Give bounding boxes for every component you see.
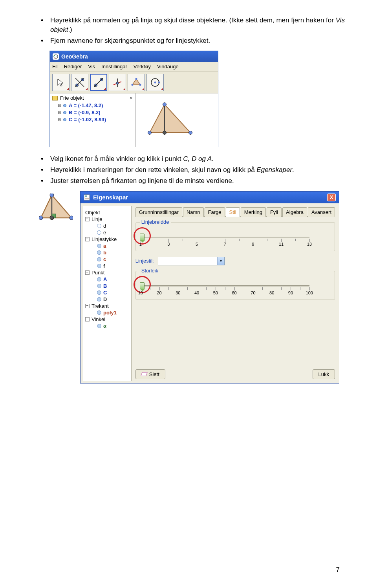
tree-item[interactable]: α bbox=[85, 323, 129, 329]
visibility-dot-icon[interactable] bbox=[97, 257, 101, 261]
tab-grunninnstillingar[interactable]: Grunninnstillingar bbox=[135, 207, 182, 217]
properties-dialog: Eigenskapar X Objekt −Linjede−Linjestykk… bbox=[80, 191, 339, 383]
object-row[interactable]: ⊟C = (-1.02, 8.93) bbox=[58, 117, 133, 122]
tree-group[interactable]: −Punkt bbox=[85, 270, 129, 276]
visibility-dot-icon[interactable] bbox=[97, 264, 101, 268]
svg-marker-21 bbox=[150, 104, 190, 133]
linewidth-slider[interactable]: 135791113 bbox=[141, 233, 309, 245]
svg-point-31 bbox=[70, 216, 73, 220]
object-row[interactable]: ⊟B = (-0.9, 8.2) bbox=[58, 110, 133, 115]
bullet: Juster størrelsen på firkanten og linjen… bbox=[39, 176, 345, 186]
svg-point-20 bbox=[158, 81, 160, 83]
size-slider[interactable]: 102030405060708090100 bbox=[141, 281, 309, 293]
svg-point-23 bbox=[163, 103, 167, 106]
mini-triangle-icon bbox=[39, 194, 73, 222]
tree-group[interactable]: −Linjestykke bbox=[85, 236, 129, 242]
app-icon bbox=[53, 53, 59, 60]
page-number: 7 bbox=[336, 566, 340, 574]
visibility-dot-icon[interactable] bbox=[97, 284, 101, 288]
expand-icon[interactable]: − bbox=[85, 304, 90, 308]
close-button[interactable]: X bbox=[327, 194, 336, 201]
eraser-icon bbox=[141, 372, 148, 376]
visibility-dot-icon[interactable] bbox=[97, 230, 101, 235]
tree-group[interactable]: −Vinkel bbox=[85, 316, 129, 322]
window-title: GeoGebra bbox=[61, 53, 88, 60]
tool-move[interactable] bbox=[52, 74, 70, 91]
expand-icon[interactable]: − bbox=[85, 317, 90, 321]
tool-polygon[interactable] bbox=[128, 74, 145, 91]
tab-fyll[interactable]: Fyll bbox=[267, 207, 282, 217]
close-button[interactable]: Lukk bbox=[313, 369, 335, 379]
tab-algebra[interactable]: Algebra bbox=[282, 207, 307, 217]
tree-group[interactable]: −Trekant bbox=[85, 303, 129, 309]
dialog-icon bbox=[84, 194, 90, 201]
expand-icon[interactable]: − bbox=[85, 270, 90, 275]
tree-item[interactable]: poly1 bbox=[85, 310, 129, 316]
tool-line[interactable] bbox=[90, 74, 107, 91]
tree-group[interactable]: −Linje bbox=[85, 216, 129, 222]
tool-point[interactable] bbox=[71, 74, 88, 91]
tab-merking[interactable]: Merking bbox=[241, 207, 266, 217]
tree-item[interactable]: a bbox=[85, 243, 129, 249]
expand-icon[interactable]: − bbox=[85, 217, 90, 221]
tree-item[interactable]: C bbox=[85, 290, 129, 296]
linestyle-combo[interactable]: ▾ bbox=[158, 257, 225, 265]
tab-stil[interactable]: Stil bbox=[226, 207, 240, 217]
tree-root[interactable]: Objekt bbox=[85, 210, 100, 215]
tab-namn[interactable]: Namn bbox=[183, 207, 204, 217]
geogebra-window: GeoGebra Fil Rediger Vis Innstillingar V… bbox=[49, 51, 218, 147]
slider-thumb[interactable] bbox=[140, 282, 145, 289]
visibility-dot-icon[interactable] bbox=[97, 324, 101, 328]
menu-item[interactable]: Vindauge bbox=[157, 64, 179, 69]
tree-item[interactable]: A bbox=[85, 276, 129, 282]
svg-line-10 bbox=[94, 78, 103, 87]
delete-button[interactable]: Slett bbox=[135, 369, 165, 379]
object-tree[interactable]: Objekt −Linjede−Linjestykkeabcf−PunktABC… bbox=[83, 206, 132, 381]
svg-point-24 bbox=[189, 131, 192, 135]
tool-perpendicular[interactable] bbox=[109, 74, 126, 91]
tab-farge[interactable]: Farge bbox=[205, 207, 225, 217]
bullet: Fjern navnene for skjæringspunktet og fo… bbox=[39, 36, 345, 46]
titlebar: GeoGebra bbox=[50, 51, 218, 62]
visibility-dot-icon[interactable] bbox=[97, 290, 101, 295]
tool-circle[interactable] bbox=[146, 74, 164, 91]
svg-point-26 bbox=[163, 131, 167, 135]
menu-item[interactable]: Verktøy bbox=[134, 64, 151, 69]
pane-header: Frie objekt bbox=[60, 95, 84, 101]
graphics-view[interactable] bbox=[135, 93, 218, 147]
tree-item[interactable]: d bbox=[85, 223, 129, 229]
visibility-dot-icon[interactable] bbox=[97, 250, 101, 255]
visibility-dot-icon[interactable] bbox=[97, 224, 101, 228]
dialog-titlebar: Eigenskapar X bbox=[81, 192, 339, 203]
menu-item[interactable]: Vis bbox=[88, 64, 95, 69]
menu-item[interactable]: Rediger bbox=[64, 64, 82, 69]
tree-item[interactable]: e bbox=[85, 230, 129, 236]
tab-avansert[interactable]: Avansert bbox=[308, 207, 335, 217]
tree-item[interactable]: c bbox=[85, 256, 129, 262]
bullet: Velg ikonet for å måle vinkler og klikk … bbox=[39, 154, 345, 164]
menu-item[interactable]: Innstillingar bbox=[101, 64, 127, 69]
visibility-dot-icon[interactable] bbox=[97, 297, 101, 301]
svg-rect-35 bbox=[85, 195, 87, 197]
bullet-list-top: Høyreklikk på normalen og på linja og sk… bbox=[39, 16, 345, 45]
slider-thumb[interactable] bbox=[140, 234, 145, 241]
expand-icon[interactable]: − bbox=[85, 237, 90, 241]
properties-pane: GrunninnstillingarNamnFargeStilMerkingFy… bbox=[132, 203, 339, 383]
bullet-list-mid: Velg ikonet for å måle vinkler og klikk … bbox=[39, 154, 345, 185]
menu-item[interactable]: Fil bbox=[52, 64, 58, 69]
tree-item[interactable]: D bbox=[85, 296, 129, 302]
visibility-dot-icon[interactable] bbox=[97, 277, 101, 281]
tree-item[interactable]: f bbox=[85, 263, 129, 269]
toolbar bbox=[50, 71, 218, 93]
visibility-dot-icon[interactable] bbox=[97, 244, 101, 248]
visibility-dot-icon[interactable] bbox=[97, 310, 101, 315]
close-icon[interactable]: × bbox=[130, 95, 133, 101]
tree-item[interactable]: B bbox=[85, 283, 129, 289]
svg-point-32 bbox=[39, 216, 43, 220]
svg-point-30 bbox=[50, 194, 54, 197]
linestyle-row: Linjestil: ▾ bbox=[135, 257, 335, 265]
tree-item[interactable]: b bbox=[85, 250, 129, 256]
svg-point-33 bbox=[50, 216, 54, 220]
svg-point-15 bbox=[135, 78, 137, 80]
object-row[interactable]: ⊟A = (-1.47, 8.2) bbox=[58, 102, 133, 108]
